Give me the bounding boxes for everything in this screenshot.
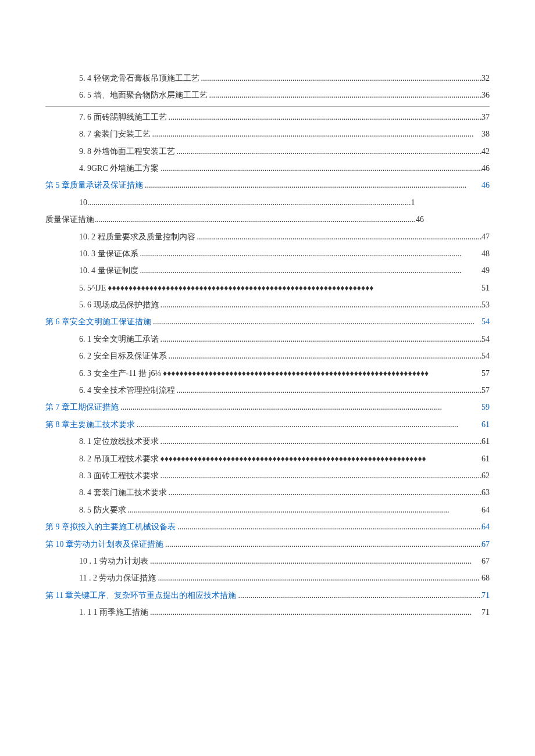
toc-label: 第 5 章质量承诺及保证措施 (45, 177, 143, 194)
toc-page-number: 71 (482, 604, 490, 621)
toc-label: 4. 9GRC 外墙施工方案 (79, 160, 159, 177)
toc-entry: 6. 2 安全目标及保证体系..........................… (45, 347, 490, 364)
toc-leader: ........................................… (176, 518, 482, 535)
toc-page-number: 54 (482, 347, 490, 364)
toc-entry: 6. 3 女全生产-11 措 j6⅛♦♦♦♦♦♦♦♦♦♦♦♦♦♦♦♦♦♦♦♦♦♦… (45, 365, 490, 382)
toc-label: 5. 6 现场成品保护措施 (79, 296, 159, 313)
toc-leader: ........................................… (138, 262, 482, 279)
toc-page-number: 62 (482, 467, 490, 484)
toc-label: 8. 7 套装门安装工艺 (79, 126, 151, 142)
toc-label: 10. 4 量保证制度 (79, 262, 138, 279)
toc-leader: ........................................… (208, 87, 482, 103)
toc-entry: 6. 5 墙、地面聚合物防水层施工工艺.....................… (45, 87, 490, 103)
toc-page-number: 63 (482, 484, 490, 501)
toc-leader: ........................................… (126, 501, 482, 518)
toc-page-number: 68 (482, 569, 490, 586)
toc-page-number: 53 (482, 296, 490, 313)
toc-entry: 8. 4 套装门施工技术要求..........................… (45, 484, 490, 501)
toc-label: 第 11 章关键工序、复杂环节重点提出的相应技术措施 (45, 587, 236, 604)
toc-leader: ........................................… (119, 399, 482, 415)
toc-page-number: 46 (482, 160, 490, 177)
toc-label: 10. 3 量保证体系 (79, 245, 138, 262)
toc-page-number: 71 (482, 587, 490, 604)
toc-page-number: 54 (482, 313, 490, 330)
toc-label: 8. 3 面砖工程技术要求 (79, 467, 159, 484)
toc-page-number: 61 (482, 416, 490, 433)
toc-leader: ........................................… (167, 347, 482, 364)
toc-entry: 8. 7 套装门安装工艺............................… (45, 126, 490, 142)
toc-chapter-link[interactable]: 第 5 章质量承诺及保证措施..........................… (45, 177, 490, 194)
toc-leader: ........................................… (175, 382, 482, 399)
toc-label: 10. 2 程质量要求及质量控制内容 (79, 228, 195, 245)
toc-entry: 8. 5 防火要求...............................… (45, 501, 490, 518)
toc-page-number: 59 (482, 399, 490, 415)
toc-entry: 6. 1 安全文明施工承诺...........................… (45, 331, 490, 347)
toc-page-number: 49 (482, 262, 490, 279)
toc-entry-wrapped: 10. ....................................… (45, 194, 490, 228)
toc-page-number: 57 (482, 382, 490, 399)
toc-label: 5. 4 轻钢龙骨石膏板吊顶施工工艺 (79, 70, 199, 87)
toc-leader: ........................................… (156, 569, 482, 586)
toc-page-number: 57 (482, 365, 490, 382)
toc-page-number: 61 (482, 450, 490, 467)
toc-page-number: 38 (482, 126, 490, 142)
toc-leader: ........................................… (148, 553, 482, 569)
toc-label: 第 9 章拟投入的主要施工机械设备表 (45, 518, 176, 535)
toc-leader: ♦♦♦♦♦♦♦♦♦♦♦♦♦♦♦♦♦♦♦♦♦♦♦♦♦♦♦♦♦♦♦♦♦♦♦♦♦♦♦♦… (106, 280, 482, 296)
toc-leader: ........................................… (135, 416, 482, 433)
toc-leader: ........................................… (159, 331, 482, 347)
toc-page-number: 47 (482, 228, 490, 245)
toc-leader: ........................................… (195, 228, 482, 245)
toc-label: 第 8 章主要施工技术要求 (45, 416, 135, 433)
toc-entry: 5. 4 轻钢龙骨石膏板吊顶施工工艺......................… (45, 70, 490, 87)
toc-chapter-link[interactable]: 第 9 章拟投入的主要施工机械设备表......................… (45, 518, 490, 535)
toc-entry: 10. 4 量保证制度 ............................… (45, 262, 490, 279)
toc-page-number: 48 (482, 245, 490, 262)
toc-page-number: 32 (482, 70, 490, 87)
toc-label: 质量保证措施 (45, 211, 94, 228)
toc-entry: 8. 3 面砖工程技术要求...........................… (45, 467, 490, 484)
toc-page-number: 64 (482, 518, 490, 535)
toc-chapter-link[interactable]: 第 11 章关键工序、复杂环节重点提出的相应技术措施 .............… (45, 587, 490, 604)
toc-leader: ........................................… (151, 313, 482, 330)
toc-label: 8. 5 防火要求 (79, 501, 126, 518)
toc-label: 6. 4 安全技术管理控制流程 (79, 382, 175, 399)
toc-label: 第 7 章工期保证措施 (45, 399, 119, 415)
toc-leader: ........................................… (148, 604, 482, 621)
toc-entry: 8. 2 吊顶工程技术要求♦♦♦♦♦♦♦♦♦♦♦♦♦♦♦♦♦♦♦♦♦♦♦♦♦♦♦… (45, 450, 490, 467)
toc-chapter-link[interactable]: 第 7 章工期保证措施.............................… (45, 399, 490, 415)
toc-leader: ........................................… (175, 143, 482, 160)
toc-page-number: 46 (482, 177, 490, 194)
toc-label: 5. 5^IJE (79, 280, 106, 296)
toc-label: 6. 3 女全生产-11 措 j6⅛ (79, 365, 161, 382)
toc-chapter-link[interactable]: 第 6 章安全文明施工保证措施.........................… (45, 313, 490, 330)
toc-leader: ........................................… (163, 536, 482, 553)
toc-label: 10 . 1 劳动力计划表 (79, 553, 148, 569)
toc-page-number: 42 (482, 143, 490, 160)
toc-page-number: 64 (482, 501, 490, 518)
toc-page-number: 54 (482, 331, 490, 347)
toc-entry: 10. 2 程质量要求及质量控制内容 .....................… (45, 228, 490, 245)
toc-page-number: 67 (482, 536, 490, 553)
toc-leader: ........................................… (90, 194, 411, 211)
toc-entry: 10. 3 量保证体系 ............................… (45, 245, 490, 262)
toc-entry: 5. 5^IJE♦♦♦♦♦♦♦♦♦♦♦♦♦♦♦♦♦♦♦♦♦♦♦♦♦♦♦♦♦♦♦♦… (45, 280, 490, 296)
toc-page-number: 51 (482, 280, 490, 296)
toc-entry: 4. 9GRC 外墙施工方案 .........................… (45, 160, 490, 177)
toc-label: 1. 1 1 雨季施工措施 (79, 604, 148, 621)
toc-entry: 1. 1 1 雨季施工措施...........................… (45, 604, 490, 621)
toc-entry: 8. 1 定位放线技术要求...........................… (45, 433, 490, 450)
toc-page: 5. 4 轻钢龙骨石膏板吊顶施工工艺......................… (0, 0, 535, 756)
toc-leader: ♦♦♦♦♦♦♦♦♦♦♦♦♦♦♦♦♦♦♦♦♦♦♦♦♦♦♦♦♦♦♦♦♦♦♦♦♦♦♦♦… (161, 365, 482, 382)
toc-leader: ........................................… (236, 587, 482, 604)
toc-leader: ........................................… (199, 70, 482, 87)
toc-leader: ........................................… (159, 160, 482, 177)
toc-leader: ........................................… (138, 245, 482, 262)
toc-page-number: 61 (482, 433, 490, 450)
toc-label: 8. 4 套装门施工技术要求 (79, 484, 167, 501)
toc-leader: ........................................… (94, 211, 416, 228)
toc-entry: 11 . 2 劳动力保证措施 .........................… (45, 569, 490, 586)
toc-label: 6. 1 安全文明施工承诺 (79, 331, 159, 347)
toc-chapter-link[interactable]: 第 10 章劳动力计划表及保证措施 ......................… (45, 536, 490, 553)
toc-chapter-link[interactable]: 第 8 章主要施工技术要求...........................… (45, 416, 490, 433)
